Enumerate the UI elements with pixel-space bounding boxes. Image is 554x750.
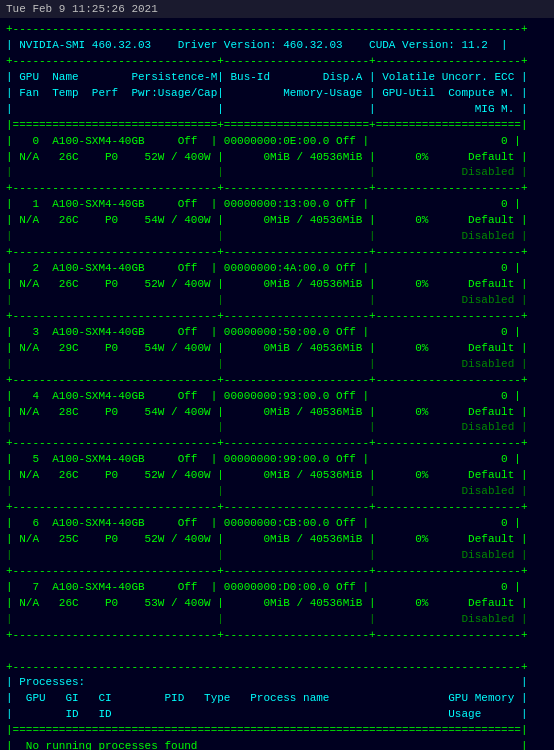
datetime-label: Tue Feb 9 11:25:26 2021 [6,3,158,15]
gpu-5-row2: | N/A 26C P0 52W / 400W | 0MiB / 40536Mi… [6,468,548,484]
header-line: | NVIDIA-SMI 460.32.03 Driver Version: 4… [6,38,548,54]
gpu-0-row1: | 0 A100-SXM4-40GB Off | 00000000:0E:00.… [6,134,548,150]
gpu-6-row2: | N/A 25C P0 52W / 400W | 0MiB / 40536Mi… [6,532,548,548]
col-header-1: | GPU Name Persistence-M| Bus-Id Disp.A … [6,70,548,86]
sep-3: +-------------------------------+-------… [6,373,548,389]
gpu-5-row1: | 5 A100-SXM4-40GB Off | 00000000:99:00.… [6,452,548,468]
gpu-3-row3: | | | Disabled | [6,357,548,373]
gpu-2-row3: | | | Disabled | [6,293,548,309]
blank-line [6,644,548,660]
sep-2: +-------------------------------+-------… [6,309,548,325]
gpu-1-row1: | 1 A100-SXM4-40GB Off | 00000000:13:00.… [6,197,548,213]
gpu-6-row3: | | | Disabled | [6,548,548,564]
gpu-4-row2: | N/A 28C P0 54W / 400W | 0MiB / 40536Mi… [6,405,548,421]
titlebar: Tue Feb 9 11:25:26 2021 [0,0,554,18]
processes-col1: | GPU GI CI PID Type Process name GPU Me… [6,691,548,707]
gpu-3-row1: | 3 A100-SXM4-40GB Off | 00000000:50:00.… [6,325,548,341]
gpu-0-row2: | N/A 26C P0 52W / 400W | 0MiB / 40536Mi… [6,150,548,166]
gpu-2-row2: | N/A 26C P0 52W / 400W | 0MiB / 40536Mi… [6,277,548,293]
sep-0: +-------------------------------+-------… [6,181,548,197]
processes-col2: | ID ID Usage | [6,707,548,723]
gpu-0-row3: | | | Disabled | [6,165,548,181]
gpu-4-row1: | 4 A100-SXM4-40GB Off | 00000000:93:00.… [6,389,548,405]
gpu-5-row3: | | | Disabled | [6,484,548,500]
separator-equals: |===============================+=======… [6,118,548,134]
processes-label: | Processes: | [6,675,548,691]
gpu-6-row1: | 6 A100-SXM4-40GB Off | 00000000:CB:00.… [6,516,548,532]
sep-6: +-------------------------------+-------… [6,564,548,580]
sep-5: +-------------------------------+-------… [6,500,548,516]
gpu-3-row2: | N/A 29C P0 54W / 400W | 0MiB / 40536Mi… [6,341,548,357]
sep-1: +-------------------------------+-------… [6,245,548,261]
gpu-7-row3: | | | Disabled | [6,612,548,628]
terminal: +---------------------------------------… [0,18,554,750]
gpu-7-row1: | 7 A100-SXM4-40GB Off | 00000000:D0:00.… [6,580,548,596]
sep-7: +-------------------------------+-------… [6,628,548,644]
sep-4: +-------------------------------+-------… [6,436,548,452]
top-separator: +---------------------------------------… [6,22,548,38]
gpu-2-row1: | 2 A100-SXM4-40GB Off | 00000000:4A:00.… [6,261,548,277]
processes-top-sep: +---------------------------------------… [6,660,548,676]
col-header-3: | | | MIG M. | [6,102,548,118]
separator-mid-top: +-------------------------------+-------… [6,54,548,70]
gpu-7-row2: | N/A 26C P0 53W / 400W | 0MiB / 40536Mi… [6,596,548,612]
processes-sep: |=======================================… [6,723,548,739]
gpu-1-row2: | N/A 26C P0 54W / 400W | 0MiB / 40536Mi… [6,213,548,229]
gpu-1-row3: | | | Disabled | [6,229,548,245]
col-header-2: | Fan Temp Perf Pwr:Usage/Cap| Memory-Us… [6,86,548,102]
no-process-line: | No running processes found | [6,739,548,750]
gpu-4-row3: | | | Disabled | [6,420,548,436]
